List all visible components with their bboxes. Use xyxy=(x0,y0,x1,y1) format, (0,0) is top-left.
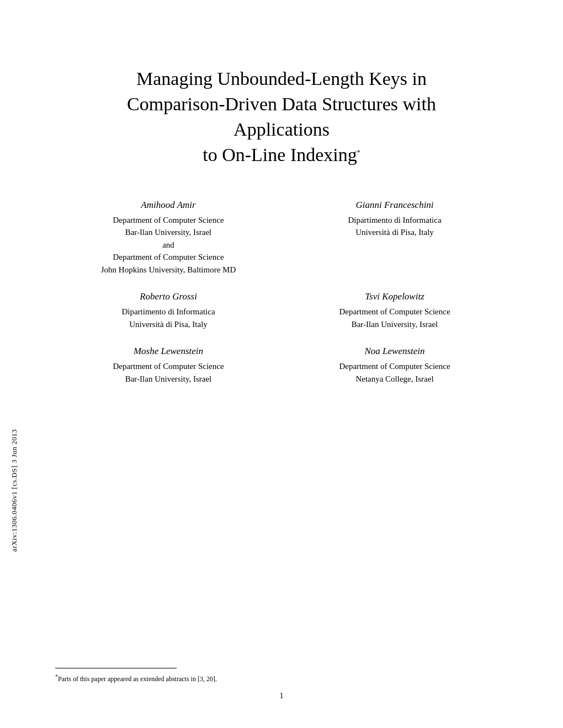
footnote-rule xyxy=(55,668,177,668)
franceschini-affil-line1: Dipartimento di Informatica xyxy=(348,216,441,224)
grossi-affil-line2: Università di Pisa, Italy xyxy=(129,320,208,329)
grossi-affil-line1: Dipartimento di Informatica xyxy=(121,307,215,316)
author-affil-grossi: Dipartimento di Informatica Università d… xyxy=(66,306,270,330)
author-name-franceschini: Gianni Franceschini xyxy=(293,200,497,211)
amir-affil-line4: Department of Computer Science xyxy=(113,253,224,261)
title-section: Managing Unbounded-Length Keys in Compar… xyxy=(55,66,508,168)
author-affil-moshe: Department of Computer Science Bar-Ilan … xyxy=(66,360,270,385)
title-line1: Managing Unbounded-Length Keys in xyxy=(136,68,427,89)
amir-affil-line1: Department of Computer Science xyxy=(113,216,224,224)
author-affil-franceschini: Dipartimento di Informatica Università d… xyxy=(293,214,497,239)
author-affil-noa: Department of Computer Science Netanya C… xyxy=(293,360,497,385)
author-name-moshe: Moshe Lewenstein xyxy=(66,346,270,357)
noa-affil-line1: Department of Computer Science xyxy=(339,362,450,371)
author-affil-kopelowitz: Department of Computer Science Bar-Ilan … xyxy=(293,306,497,330)
author-affil-amir: Department of Computer Science Bar-Ilan … xyxy=(66,214,270,276)
franceschini-affil-line2: Università di Pisa, Italy xyxy=(355,228,434,237)
noa-affil-line2: Netanya College, Israel xyxy=(355,374,433,383)
author-name-kopelowitz: Tsvi Kopelowitz xyxy=(293,291,497,302)
footnote-area: *Parts of this paper appeared as extende… xyxy=(55,668,508,684)
kopelowitz-affil-line1: Department of Computer Science xyxy=(339,307,450,316)
page: arXiv:1306.0406v1 [cs.DS] 3 Jun 2013 Man… xyxy=(0,0,563,728)
title-line3: to On-Line Indexing xyxy=(203,144,357,165)
amir-affil-line5: John Hopkins University, Baltimore MD xyxy=(101,265,236,274)
page-number: 1 xyxy=(280,692,284,700)
author-name-grossi: Roberto Grossi xyxy=(66,291,270,302)
amir-affil-line2: Bar-Ilan University, Israel xyxy=(125,228,212,237)
title-line2: Comparison-Driven Data Structures with A… xyxy=(127,94,436,140)
author-name-noa: Noa Lewenstein xyxy=(293,346,497,357)
amir-affil-and: and xyxy=(162,240,174,249)
title-footnote-marker: * xyxy=(357,148,360,156)
author-block-kopelowitz: Tsvi Kopelowitz Department of Computer S… xyxy=(282,286,508,340)
author-block-franceschini: Gianni Franceschini Dipartimento di Info… xyxy=(282,194,508,286)
paper-title: Managing Unbounded-Length Keys in Compar… xyxy=(77,66,486,168)
author-block-moshe: Moshe Lewenstein Department of Computer … xyxy=(55,340,282,395)
footnote-text: *Parts of this paper appeared as extende… xyxy=(55,673,508,684)
author-block-grossi: Roberto Grossi Dipartimento di Informati… xyxy=(55,286,282,340)
arxiv-sidebar-label: arXiv:1306.0406v1 [cs.DS] 3 Jun 2013 xyxy=(10,429,19,552)
moshe-affil-line1: Department of Computer Science xyxy=(113,362,224,371)
footnote-content: Parts of this paper appeared as extended… xyxy=(58,675,217,683)
author-block-noa: Noa Lewenstein Department of Computer Sc… xyxy=(282,340,508,395)
moshe-affil-line2: Bar-Ilan University, Israel xyxy=(125,374,212,383)
kopelowitz-affil-line2: Bar-Ilan University, Israel xyxy=(352,320,438,329)
author-block-amir: Amihood Amir Department of Computer Scie… xyxy=(55,194,282,286)
authors-grid: Amihood Amir Department of Computer Scie… xyxy=(55,194,508,395)
author-name-amir: Amihood Amir xyxy=(66,200,270,211)
